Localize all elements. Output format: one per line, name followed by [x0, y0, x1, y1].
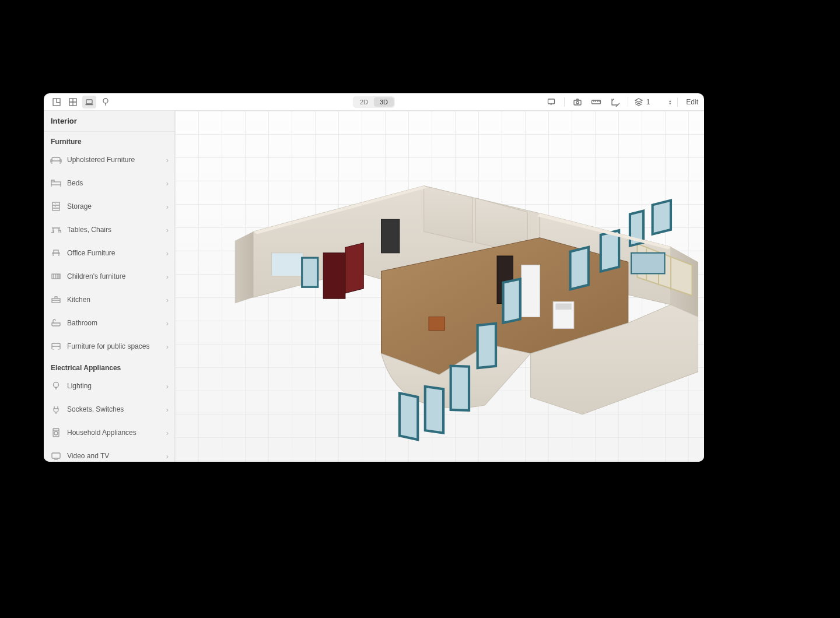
right-tool-group: 1 ▴ ▾ Edit: [544, 96, 698, 108]
sidebar-item-office-furniture[interactable]: Office Furniture ›: [44, 241, 174, 265]
separator: [564, 97, 565, 107]
table-icon: [50, 223, 62, 236]
sidebar-item-upholstered-furniture[interactable]: Upholstered Furniture ›: [44, 148, 174, 171]
sidebar-item-sockets-switches[interactable]: Sockets, Switches ›: [44, 398, 174, 421]
view-2d-tab[interactable]: 2D: [354, 97, 374, 107]
camera-button[interactable]: [570, 96, 584, 108]
tree-icon: [101, 97, 110, 107]
sidebar-title: Interior: [44, 111, 174, 132]
svg-marker-19: [235, 231, 253, 303]
svg-rect-38: [555, 304, 571, 310]
chevron-right-icon: ›: [166, 382, 169, 391]
sidebar-item-label: Office Furniture: [67, 249, 166, 257]
chevron-right-icon: ›: [166, 226, 169, 234]
chevron-right-icon: ›: [166, 272, 169, 281]
sidebar-item-kitchen[interactable]: Kitchen ›: [44, 288, 174, 311]
toolbar: 2D 3D: [44, 93, 704, 111]
sidebar-item-tables-chairs[interactable]: Tables, Chairs ›: [44, 218, 174, 241]
svg-rect-10: [52, 202, 60, 210]
floorplan-mode-button[interactable]: [50, 96, 64, 108]
svg-rect-23: [302, 258, 318, 287]
layer-stepper[interactable]: ▴ ▾: [669, 99, 671, 105]
svg-rect-46: [570, 247, 589, 290]
layer-count: 1: [646, 98, 650, 106]
sidebar-item-label: Kitchen: [67, 296, 166, 304]
dimensions-button[interactable]: [608, 96, 622, 108]
sidebar-item-label: Beds: [67, 179, 166, 187]
house-model: [198, 134, 698, 457]
svg-rect-33: [631, 253, 664, 274]
svg-point-6: [576, 101, 579, 104]
measure-button[interactable]: [589, 96, 603, 108]
tree-mode-button[interactable]: [99, 96, 113, 108]
svg-rect-20: [271, 253, 303, 276]
lightbulb-icon: [50, 380, 62, 392]
sidebar-item-label: Household Appliances: [67, 429, 166, 437]
laptop-icon: [85, 97, 94, 107]
sidebar-item-label: Bathroom: [67, 319, 166, 327]
svg-rect-41: [425, 387, 443, 433]
annotation-button[interactable]: [544, 96, 558, 108]
svg-rect-8: [52, 157, 60, 161]
sidebar-item-label: Storage: [67, 202, 166, 210]
chevron-right-icon: ›: [166, 202, 169, 211]
bed-icon: [50, 177, 62, 189]
chevron-right-icon: ›: [166, 179, 169, 188]
sidebar-item-beds[interactable]: Beds ›: [44, 171, 174, 195]
washer-icon: [50, 426, 62, 439]
section-label-electrical: Electrical Appliances: [44, 358, 174, 374]
separator: [628, 97, 628, 107]
svg-rect-11: [54, 250, 58, 253]
ruler-icon: [591, 98, 601, 106]
tv-icon: [50, 450, 62, 462]
chevron-right-icon: ›: [166, 405, 169, 414]
svg-rect-49: [653, 201, 671, 234]
chevron-right-icon: ›: [166, 342, 169, 351]
left-tool-group: [50, 96, 113, 108]
svg-point-14: [54, 382, 59, 388]
sofa-icon: [50, 153, 62, 166]
sidebar-item-childrens-furniture[interactable]: Children's furniture ›: [44, 265, 174, 288]
svg-rect-2: [86, 100, 92, 104]
sidebar-item-label: Lighting: [67, 382, 166, 390]
view-3d-tab[interactable]: 3D: [374, 97, 394, 107]
sidebar-item-household-appliances[interactable]: Household Appliances ›: [44, 421, 174, 444]
sidebar-item-label: Sockets, Switches: [67, 405, 166, 413]
note-icon: [547, 97, 556, 107]
svg-rect-5: [574, 100, 581, 105]
bathtub-icon: [50, 317, 62, 329]
sidebar-item-public-spaces[interactable]: Furniture for public spaces ›: [44, 335, 174, 358]
storage-icon: [50, 200, 62, 213]
chevron-right-icon: ›: [166, 429, 169, 437]
floorplan-icon: [52, 97, 61, 107]
svg-rect-26: [382, 219, 400, 252]
crib-icon: [50, 270, 62, 283]
sidebar-item-label: Tables, Chairs: [67, 226, 166, 234]
canvas-3d-viewport[interactable]: [175, 111, 704, 462]
section-label-furniture: Furniture: [44, 132, 174, 148]
svg-rect-17: [52, 453, 60, 458]
sidebar-item-storage[interactable]: Storage ›: [44, 195, 174, 218]
sidebar-item-video-tv[interactable]: Video and TV ›: [44, 444, 174, 462]
chevron-right-icon: ›: [166, 452, 169, 461]
svg-rect-47: [601, 230, 619, 272]
svg-rect-4: [548, 99, 554, 104]
grid-mode-button[interactable]: [66, 96, 80, 108]
svg-rect-35: [522, 265, 540, 317]
sidebar-item-label: Upholstered Furniture: [67, 156, 166, 164]
svg-rect-43: [478, 324, 496, 368]
chevron-down-icon: ▾: [669, 102, 671, 105]
sidebar-item-label: Children's furniture: [67, 272, 166, 280]
view-toggle: 2D 3D: [353, 96, 395, 108]
sidebar-item-bathroom[interactable]: Bathroom ›: [44, 311, 174, 335]
svg-rect-9: [51, 182, 61, 185]
sidebar-item-label: Furniture for public spaces: [67, 342, 166, 350]
desk-icon: [50, 247, 62, 259]
app-window: 2D 3D: [44, 93, 704, 462]
sidebar: Interior Furniture Upholstered Furniture…: [44, 111, 175, 462]
sidebar-item-lighting[interactable]: Lighting ›: [44, 374, 174, 398]
interior-mode-button[interactable]: [82, 96, 96, 108]
layer-control[interactable]: 1 ▴ ▾: [634, 97, 672, 107]
app-body: Interior Furniture Upholstered Furniture…: [44, 111, 704, 462]
edit-button[interactable]: Edit: [686, 98, 698, 106]
